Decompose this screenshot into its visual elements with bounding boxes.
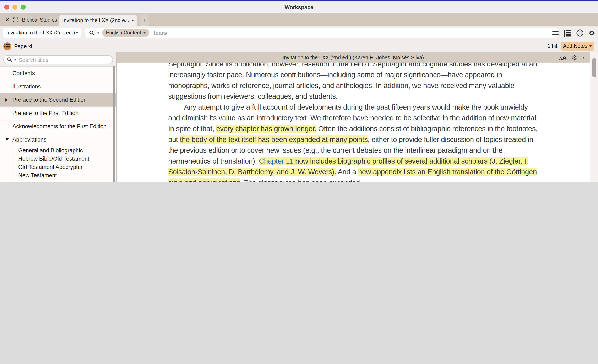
workspace-name[interactable]: Biblical Studies	[22, 17, 57, 23]
sidebar-search-area: Search titles	[0, 52, 116, 67]
toc-group: AbbreviationsGeneral and BibliographicHe…	[0, 133, 116, 182]
sidebar-item[interactable]: Hebrew Bible/Old Testament	[12, 154, 116, 163]
sidebar-scrollbar-thumb[interactable]	[113, 65, 115, 182]
chevron-down-icon	[75, 32, 78, 34]
close-window-button[interactable]	[4, 5, 9, 9]
main-scrollbar-track[interactable]	[590, 52, 598, 182]
chevron-down-icon	[143, 32, 146, 34]
search-options-caret-icon	[14, 59, 17, 61]
sidebar-item[interactable]: Preface to the Second Edition	[0, 93, 116, 106]
sidebar-item-label: Acknowledgments for the First Edition	[12, 123, 107, 129]
tab-active[interactable]: Invitation to the LXX (2nd e...	[59, 15, 137, 26]
zoom-window-button[interactable]	[21, 5, 26, 9]
main-scrollbar-thumb[interactable]	[592, 58, 596, 77]
paragraph: Any attempt to give a full account of de…	[168, 102, 539, 182]
close-workspace-icon[interactable]: ✕	[5, 17, 9, 22]
gear-icon[interactable]: ⚙	[572, 54, 577, 61]
pane-settings-caret-icon[interactable]	[582, 57, 585, 58]
search-icon[interactable]	[89, 30, 95, 35]
sidebar-item-label: Abbreviations	[12, 136, 47, 143]
search-scope-label: English Content	[106, 30, 141, 36]
parallel-panes-icon[interactable]	[552, 30, 558, 36]
minimize-window-button[interactable]	[12, 5, 17, 9]
toc-group: Acknowledgments for the First Edition	[0, 120, 116, 133]
search-placeholder: Search titles	[19, 57, 48, 63]
sidebar-item[interactable]: Abbreviations	[0, 133, 116, 146]
pane-title: Invitation to the LXX (2nd ed.) (Karen H…	[282, 55, 424, 60]
text-segment: Septuagint. Since its publication, howev…	[168, 63, 537, 100]
highlighted-text: every chapter has grown longer.	[216, 124, 316, 133]
paragraph: Septuagint. Since its publication, howev…	[168, 63, 539, 102]
toc-group: Preface to the First Edition	[0, 107, 116, 120]
sidebar-item-label: Old Testament Apocrypha	[18, 164, 83, 170]
sidebar-item-label: Contents	[12, 70, 35, 76]
add-notes-button[interactable]: Add Notes	[561, 42, 594, 50]
sidebar-item-label: Illustrations	[12, 83, 41, 90]
expand-icon[interactable]	[13, 17, 18, 22]
disclosure-triangle-icon[interactable]	[5, 138, 9, 141]
sidebar-item[interactable]: General and Bibliographic	[12, 146, 116, 154]
sidebar-item-label: Preface to the Second Edition	[12, 97, 87, 103]
sidebar-item-label: Hebrew Bible/Old Testament	[18, 155, 89, 162]
book-selector-label: Invitation to the LXX (2nd ed.)	[6, 30, 75, 36]
sidebar-item-label: New Testament	[18, 172, 57, 178]
pane-header: Invitation to the LXX (2nd ed.) (Karen H…	[117, 52, 590, 63]
tab-label: Invitation to the LXX (2nd e...	[62, 17, 129, 23]
contents-list-icon[interactable]	[3, 42, 11, 50]
hit-count: 1 hit	[548, 40, 557, 52]
sidebar-search-input[interactable]: Search titles	[3, 55, 113, 64]
sidebar: Search titles ContentsIllustrationsPrefa…	[0, 52, 117, 182]
search-options-caret-icon[interactable]	[97, 32, 100, 34]
book-selector-dropdown[interactable]: Invitation to the LXX (2nd ed.)	[3, 28, 81, 38]
chevron-down-icon	[132, 19, 134, 21]
traffic-lights	[4, 5, 26, 9]
text-segment: . The glossary too has been expanded.	[240, 178, 362, 182]
add-tab-button[interactable]: +	[140, 15, 149, 26]
tab-bar: ✕ Biblical Studies Invitation to the LXX…	[0, 13, 598, 26]
sidebar-item-label: General and Bibliographic	[18, 147, 83, 153]
reading-pane: Invitation to the LXX (2nd ed.) (Karen H…	[117, 52, 590, 182]
highlighted-text: the body of the text itself has been exp…	[180, 135, 367, 144]
sidebar-item[interactable]: Acknowledgments for the First Edition	[0, 120, 116, 133]
toc-group: Preface to the Second Edition	[0, 93, 116, 107]
search-scope-pill[interactable]: English Content	[102, 29, 149, 37]
toolbar: Invitation to the LXX (2nd ed.) English …	[0, 26, 598, 40]
add-notes-label: Add Notes	[563, 43, 587, 49]
related-texts-icon[interactable]: ♻	[589, 30, 595, 36]
outline-view-icon[interactable]	[564, 30, 571, 36]
sidebar-item-label: Preface to the First Edition	[12, 110, 78, 116]
text-segment: And a	[336, 168, 358, 176]
disclosure-triangle-icon[interactable]	[5, 98, 8, 101]
page-bar: Page xi 1 hit Add Notes	[0, 40, 598, 52]
book-text: Septuagint. Since its publication, howev…	[168, 63, 539, 182]
search-icon	[7, 57, 12, 62]
sidebar-item[interactable]: Old Testament Apocrypha	[12, 163, 116, 171]
sidebar-item[interactable]: Preface to the First Edition	[0, 107, 116, 120]
search-field[interactable]: English Content tears	[85, 28, 558, 38]
app-window: Workspace ✕ Biblical Studies Invitation …	[0, 0, 598, 182]
sidebar-item[interactable]: Illustrations	[0, 80, 116, 93]
titlebar: Workspace	[0, 1, 598, 13]
table-of-contents: ContentsIllustrationsPreface to the Seco…	[0, 67, 116, 182]
add-pane-icon[interactable]	[576, 30, 583, 37]
window-title: Workspace	[285, 4, 313, 10]
chevron-down-icon	[589, 45, 592, 47]
toc-subitems: General and BibliographicHebrew Bible/Ol…	[12, 146, 116, 182]
sidebar-item[interactable]: Contents	[0, 67, 116, 80]
page-indicator: Page xi	[14, 40, 32, 52]
toc-group: Illustrations	[0, 80, 116, 93]
search-input[interactable]: tears	[153, 30, 167, 36]
sidebar-item[interactable]: New Testament	[12, 171, 116, 179]
font-size-button[interactable]: AA	[559, 54, 567, 61]
toc-group: Contents	[0, 67, 116, 80]
inline-link[interactable]: Chapter 11	[259, 157, 293, 165]
